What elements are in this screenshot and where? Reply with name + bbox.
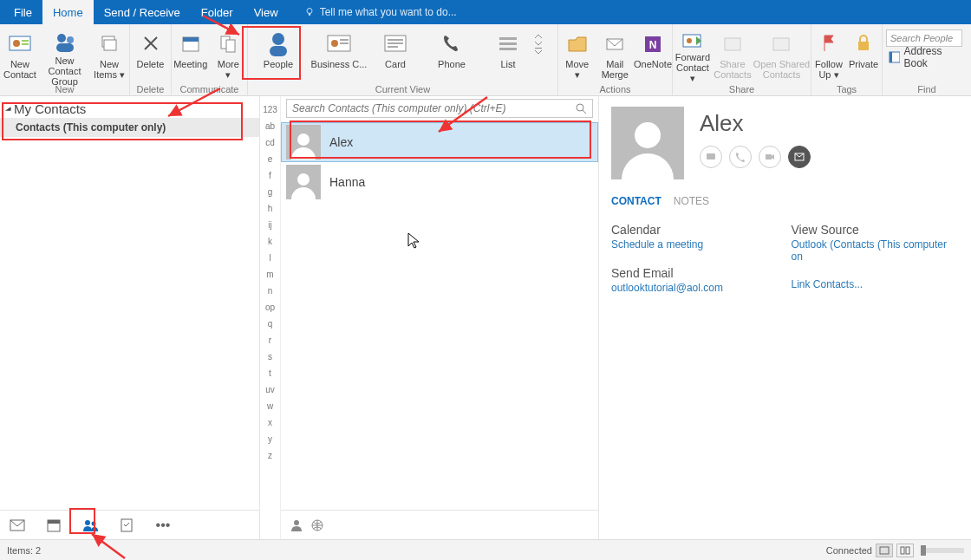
call-action-button[interactable] bbox=[729, 146, 752, 168]
reading-tabs: CONTACT NOTES bbox=[611, 195, 971, 209]
nav-tasks-button[interactable] bbox=[118, 517, 135, 534]
contact-name: Hanna bbox=[329, 175, 365, 189]
svg-point-42 bbox=[85, 520, 90, 525]
svg-rect-10 bbox=[104, 40, 116, 50]
tab-contact[interactable]: CONTACT bbox=[611, 195, 661, 209]
alpha-ab[interactable]: ab bbox=[260, 118, 280, 134]
send-email-heading: Send Email bbox=[611, 266, 781, 280]
tab-folder[interactable]: Folder bbox=[191, 0, 244, 24]
connection-status: Connected bbox=[826, 545, 872, 556]
svg-point-3 bbox=[13, 40, 20, 47]
follow-up-button[interactable]: Follow Up ▾ bbox=[811, 28, 846, 82]
ribbon-group-label: Tags bbox=[811, 82, 882, 96]
tab-send-receive[interactable]: Send / Receive bbox=[94, 0, 191, 24]
mail-merge-icon bbox=[601, 29, 629, 57]
alpha-r[interactable]: r bbox=[260, 332, 280, 348]
avatar bbox=[286, 125, 321, 160]
forward-contact-button[interactable]: Forward Contact ▾ bbox=[673, 28, 713, 82]
search-people-box[interactable]: Search People bbox=[886, 29, 962, 47]
tab-view[interactable]: View bbox=[244, 0, 289, 24]
globe-icon[interactable] bbox=[310, 518, 324, 532]
send-email-link[interactable]: outlooktutorial@aol.com bbox=[611, 282, 781, 294]
link-contacts-link[interactable]: Link Contacts... bbox=[792, 278, 961, 290]
svg-point-43 bbox=[92, 521, 96, 525]
svg-rect-27 bbox=[499, 48, 517, 50]
alpha-g[interactable]: g bbox=[260, 184, 280, 200]
svg-point-0 bbox=[307, 9, 312, 14]
new-contact-group-button[interactable]: New Contact Group bbox=[40, 28, 89, 82]
alpha-x[interactable]: x bbox=[260, 414, 280, 431]
alpha-e[interactable]: e bbox=[260, 151, 280, 167]
private-button[interactable]: Private bbox=[846, 28, 881, 82]
video-action-button[interactable] bbox=[759, 146, 781, 168]
people-view-button[interactable]: People bbox=[248, 28, 309, 82]
tell-me[interactable]: Tell me what you want to do... bbox=[289, 0, 457, 24]
svg-rect-5 bbox=[22, 43, 29, 45]
meeting-button[interactable]: Meeting bbox=[172, 28, 210, 82]
ribbon-group-share: Forward Contact ▾ Share Contacts Open Sh… bbox=[673, 24, 811, 96]
nav-calendar-button[interactable] bbox=[45, 517, 62, 534]
alpha-uv[interactable]: uv bbox=[260, 381, 280, 398]
nav-mail-button[interactable] bbox=[9, 517, 26, 534]
search-contacts-box[interactable] bbox=[286, 99, 593, 118]
alpha-s[interactable]: s bbox=[260, 348, 280, 365]
tab-notes[interactable]: NOTES bbox=[674, 195, 709, 209]
view-gallery-scroll[interactable] bbox=[534, 28, 550, 62]
zoom-slider[interactable] bbox=[921, 548, 964, 553]
schedule-meeting-link[interactable]: Schedule a meeting bbox=[611, 238, 781, 251]
alpha-t[interactable]: t bbox=[260, 365, 280, 381]
email-action-button[interactable] bbox=[788, 146, 811, 168]
tab-file[interactable]: File bbox=[3, 0, 42, 24]
ribbon-group-label: Delete bbox=[130, 82, 171, 96]
onenote-button[interactable]: NOneNote bbox=[634, 28, 672, 82]
card-view-button[interactable]: Card bbox=[369, 28, 421, 82]
move-button[interactable]: Move ▾ bbox=[558, 28, 596, 82]
alpha-m[interactable]: m bbox=[260, 266, 280, 283]
open-shared-contacts-button[interactable]: Open Shared Contacts bbox=[753, 28, 811, 82]
address-book-button[interactable]: Address Book bbox=[886, 49, 962, 66]
alpha-k[interactable]: k bbox=[260, 233, 280, 250]
tab-home[interactable]: Home bbox=[42, 0, 94, 24]
nav-folder-contacts[interactable]: Contacts (This computer only) bbox=[0, 118, 259, 137]
alpha-l[interactable]: l bbox=[260, 250, 280, 266]
alpha-z[interactable]: z bbox=[260, 447, 280, 464]
delete-button[interactable]: Delete bbox=[130, 28, 171, 82]
alphabet-index[interactable]: 123abcdefghijklmnopqrstuvwxyz bbox=[260, 96, 281, 539]
alpha-q[interactable]: q bbox=[260, 316, 280, 332]
view-source-link[interactable]: Outlook (Contacts (This computer on bbox=[792, 238, 961, 263]
more-button[interactable]: More ▾ bbox=[210, 28, 248, 82]
svg-rect-22 bbox=[388, 39, 403, 41]
nav-people-button[interactable] bbox=[81, 517, 99, 534]
person-icon[interactable] bbox=[290, 518, 303, 532]
svg-rect-35 bbox=[773, 38, 789, 50]
alpha-w[interactable]: w bbox=[260, 398, 280, 414]
alpha-123[interactable]: 123 bbox=[260, 101, 280, 118]
nav-header-my-contacts[interactable]: My Contacts bbox=[0, 100, 259, 118]
contact-row[interactable]: Alex bbox=[281, 122, 598, 162]
svg-rect-14 bbox=[226, 40, 235, 52]
share-contacts-button[interactable]: Share Contacts bbox=[713, 28, 753, 82]
alpha-y[interactable]: y bbox=[260, 431, 280, 447]
new-items-button[interactable]: New Items ▾ bbox=[89, 28, 129, 82]
alpha-h[interactable]: h bbox=[260, 200, 280, 217]
new-contact-button[interactable]: New Contact bbox=[0, 28, 40, 82]
search-contacts-input[interactable] bbox=[292, 102, 575, 114]
alpha-op[interactable]: op bbox=[260, 299, 280, 316]
business-card-view-button[interactable]: Business C... bbox=[309, 28, 369, 82]
chat-action-button[interactable] bbox=[700, 146, 722, 168]
mail-merge-button[interactable]: Mail Merge bbox=[596, 28, 633, 82]
contact-row[interactable]: Hanna bbox=[281, 162, 598, 202]
nav-more-button[interactable]: ••• bbox=[154, 517, 172, 534]
alpha-f[interactable]: f bbox=[260, 167, 280, 184]
list-view-button[interactable]: List bbox=[482, 28, 534, 82]
reading-view-button[interactable] bbox=[896, 544, 914, 557]
contact-name: Alex bbox=[329, 135, 353, 149]
card-icon bbox=[381, 29, 409, 57]
alpha-ij[interactable]: ij bbox=[260, 217, 280, 233]
ribbon-group-current-view: People Business C... Card Phone List Cur… bbox=[248, 24, 558, 96]
svg-point-45 bbox=[577, 104, 583, 111]
alpha-cd[interactable]: cd bbox=[260, 134, 280, 151]
phone-view-button[interactable]: Phone bbox=[421, 28, 482, 82]
normal-view-button[interactable] bbox=[876, 544, 893, 557]
alpha-n[interactable]: n bbox=[260, 283, 280, 299]
